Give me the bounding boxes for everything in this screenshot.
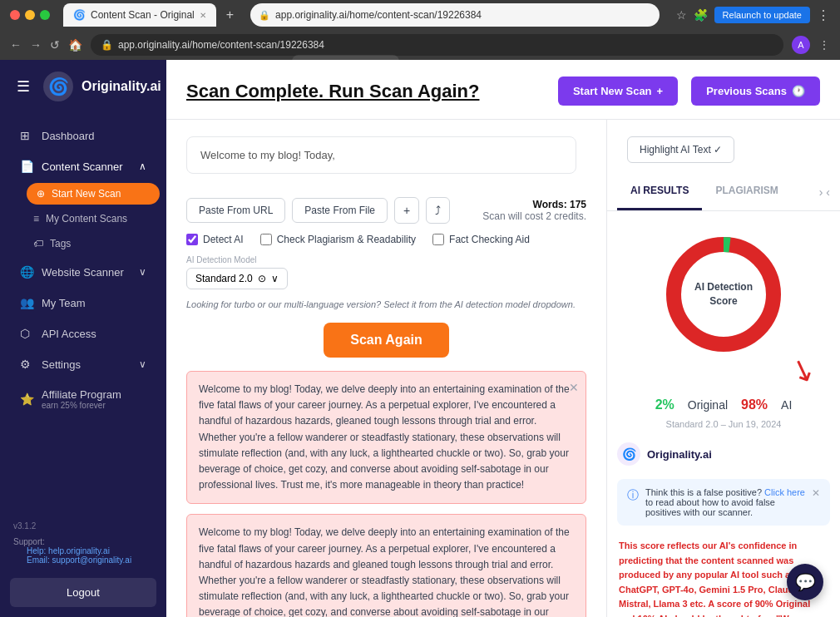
- star-icon: ⭐: [20, 392, 33, 406]
- scan-title: Scan Complete. Run Scan Again?: [186, 81, 545, 102]
- chevron-down-settings-icon: ∨: [139, 358, 146, 370]
- website-scanner-icon: 🌐: [20, 265, 33, 279]
- tab-close-btn[interactable]: ✕: [200, 11, 206, 20]
- word-count-info: Words: 175 Scan will cost 2 credits.: [482, 199, 586, 222]
- preview-text: Welcome to my blog! Today,: [200, 149, 335, 161]
- chat-icon: 💬: [795, 572, 816, 592]
- sidebar-sub-tags[interactable]: 🏷 Tags: [0, 231, 166, 256]
- settings-icon: ⚙: [20, 358, 33, 371]
- sidebar-sub-start-new-scan[interactable]: ⊕ Start New Scan: [27, 183, 160, 205]
- menu-icon[interactable]: ⋮: [817, 7, 830, 23]
- detect-ai-label: Detect AI: [203, 234, 244, 245]
- add-button[interactable]: +: [394, 197, 419, 224]
- reload-btn[interactable]: ↺: [50, 38, 60, 52]
- donut-wrapper: AI Detection Score: [657, 228, 790, 361]
- sidebar-sub-my-content-scans[interactable]: ≡ My Content Scans: [0, 206, 166, 231]
- version-text: v3.1.2: [0, 515, 166, 537]
- sidebar-sub-label: My Content Scans: [46, 213, 127, 225]
- sidebar-item-affiliate[interactable]: ⭐ Affiliate Program earn 25% forever: [7, 380, 160, 418]
- sidebar-sub-label: Tags: [50, 238, 71, 249]
- highlight-ai-text-button[interactable]: AI RESULTS Highlight AI Text ✓: [627, 136, 734, 163]
- brand-name-result: Originality.ai: [647, 448, 712, 461]
- previous-scans-button[interactable]: Previous Scans 🕐: [691, 77, 820, 106]
- bookmark-icon[interactable]: ☆: [676, 8, 687, 22]
- logout-button[interactable]: Logout: [10, 578, 156, 607]
- donut-line2: Score: [694, 294, 753, 308]
- standard-icon: ⊙: [258, 273, 266, 284]
- sidebar-item-website-scanner[interactable]: 🌐 Website Scanner ∨: [7, 257, 160, 287]
- sidebar-item-content-scanner[interactable]: 📄 Content Scanner ∧: [7, 151, 160, 181]
- back-btn[interactable]: ←: [10, 38, 22, 52]
- maximize-window-btn[interactable]: [40, 10, 50, 20]
- share-button[interactable]: ⤴: [426, 197, 450, 224]
- sidebar-item-api-access[interactable]: ⬡ API Access: [7, 318, 160, 348]
- plagiarism-checkbox[interactable]: Check Plagiarism & Readability: [260, 234, 416, 245]
- results-tabs: AI RESULTS PLAGIARISM › ‹: [617, 173, 830, 210]
- relaunch-button[interactable]: Relaunch to update: [714, 7, 810, 23]
- sidebar-item-settings[interactable]: ⚙ Settings ∨: [7, 349, 160, 379]
- plus-icon: +: [657, 85, 664, 97]
- affiliate-label: Affiliate Program: [42, 388, 121, 401]
- tabs-next-arrow[interactable]: ›: [819, 185, 823, 199]
- sidebar-item-label: My Team: [42, 297, 86, 309]
- scan-again-button[interactable]: Scan Again: [324, 323, 449, 358]
- ai-results-tab-label: AI RESULTS: [630, 185, 689, 196]
- fact-check-input[interactable]: [432, 234, 444, 245]
- plagiarism-input[interactable]: [260, 234, 272, 245]
- brand-logo: 🌀: [43, 72, 73, 101]
- url-text: app.originality.ai/home/content-scan/192…: [275, 9, 482, 21]
- tag-icon: 🏷: [33, 238, 43, 249]
- fp-close-btn[interactable]: ✕: [812, 487, 820, 499]
- detect-ai-checkbox[interactable]: Detect AI: [186, 234, 244, 245]
- main-content: Scan Complete. Run Scan Again? Start New…: [166, 60, 840, 617]
- highlight-label-visible: Highlight AI Text ✓: [640, 144, 722, 155]
- model-select-dropdown[interactable]: Standard 2.0 ⊙ ∨: [186, 268, 288, 289]
- sidebar-item-my-team[interactable]: 👥 My Team: [7, 288, 160, 318]
- scan-label: Start New Scan: [573, 85, 652, 97]
- address-bar[interactable]: 🔒 app.originality.ai/home/content-scan/1…: [250, 3, 660, 27]
- tab-plagiarism[interactable]: PLAGIARISM: [702, 173, 791, 210]
- affiliate-label-group: Affiliate Program earn 25% forever: [42, 388, 121, 410]
- paste-file-button[interactable]: Paste From File: [292, 198, 388, 223]
- new-tab-btn[interactable]: +: [226, 7, 234, 22]
- lock-icon: 🔒: [259, 10, 270, 21]
- chevron-down-icon: ∨: [139, 266, 146, 278]
- text-block-2-content: Welcome to my blog! Today, we delve deep…: [199, 526, 570, 617]
- browser-menu-btn[interactable]: ⋮: [818, 38, 830, 52]
- false-positive-box: ⓘ Think this is a false positive? Click …: [617, 479, 830, 526]
- affiliate-sub-label: earn 25% forever: [42, 401, 121, 410]
- toolbar: Paste From URL Paste From File + ⤴ Words…: [186, 197, 586, 224]
- profile-btn[interactable]: A: [792, 36, 810, 54]
- model-value: Standard 2.0: [195, 273, 253, 284]
- detect-ai-input[interactable]: [186, 234, 198, 245]
- full-address-bar[interactable]: 🔒 app.originality.ai/home/content-scan/1…: [91, 34, 783, 56]
- plagiarism-label: Check Plagiarism & Readability: [277, 234, 416, 245]
- close-window-btn[interactable]: [10, 10, 20, 20]
- text-block-1: ✕ Welcome to my blog! Today, we delve de…: [186, 371, 586, 504]
- extensions-icon[interactable]: 🧩: [694, 8, 708, 22]
- text-input-preview[interactable]: Welcome to my blog! Today,: [186, 136, 576, 174]
- tab-favicon: 🌀: [73, 9, 86, 21]
- paste-url-button[interactable]: Paste From URL: [186, 198, 285, 223]
- home-btn[interactable]: 🏠: [68, 38, 82, 52]
- help-link[interactable]: Help: help.originality.ai: [13, 546, 153, 555]
- tab-ai-results[interactable]: AI RESULTS: [617, 173, 702, 210]
- fp-text: Think this is a false positive?: [645, 487, 764, 497]
- tabs-prev-arrow[interactable]: ‹: [826, 185, 830, 199]
- left-panel: Welcome to my blog! Today, Paste From UR…: [166, 120, 607, 617]
- close-block-1-btn[interactable]: ✕: [569, 378, 579, 397]
- start-new-scan-button[interactable]: Start New Scan +: [558, 77, 678, 106]
- sidebar-item-dashboard[interactable]: ⊞ Dashboard: [7, 121, 160, 151]
- hamburger-menu-btn[interactable]: ☰: [17, 77, 30, 96]
- browser-tab[interactable]: 🌀 Content Scan - Original ✕: [63, 3, 216, 27]
- brand-logo-small: 🌀: [617, 442, 640, 466]
- sidebar-item-label: Website Scanner: [42, 266, 124, 279]
- email-link[interactable]: Email: support@originality.ai: [13, 555, 153, 565]
- minimize-window-btn[interactable]: [25, 10, 35, 20]
- fact-check-checkbox[interactable]: Fact Checking Aid: [432, 234, 530, 245]
- plus-icon: ⊕: [37, 188, 45, 200]
- forward-btn[interactable]: →: [30, 38, 42, 52]
- email-link-text: Email: support@originality.ai: [13, 555, 145, 568]
- fp-link[interactable]: Click here: [764, 487, 805, 497]
- chat-bubble-btn[interactable]: 💬: [787, 564, 823, 600]
